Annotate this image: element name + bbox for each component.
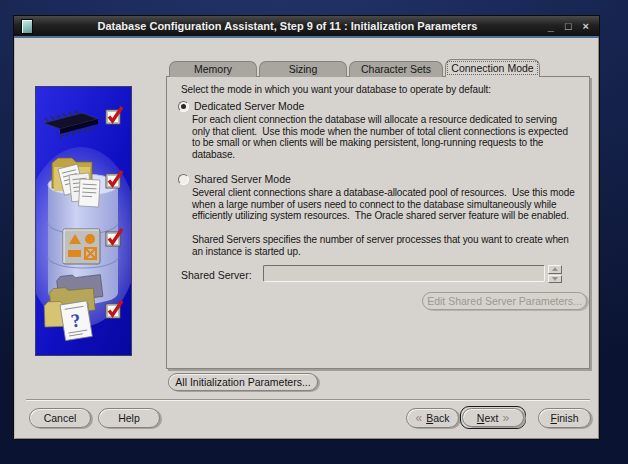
window-title: Database Configuration Assistant, Step 9…: [33, 20, 542, 32]
sidebar-illustration: ?: [35, 86, 132, 356]
close-icon[interactable]: ×: [583, 17, 589, 35]
back-button[interactable]: « Back: [406, 408, 459, 428]
next-button-default-ring: Next »: [460, 406, 526, 429]
all-initialization-parameters-button[interactable]: All Initialization Parameters...: [168, 373, 318, 391]
titlebar[interactable]: Database Configuration Assistant, Step 9…: [14, 16, 599, 38]
next-arrow-icon: »: [502, 413, 509, 423]
window-controls: _ □ ×: [548, 17, 589, 35]
tab-sizing[interactable]: Sizing: [259, 61, 347, 77]
sidebar-artwork: ?: [36, 87, 131, 355]
window-icon[interactable]: [21, 19, 33, 34]
shared-mode-description: Several client connections share a datab…: [192, 187, 575, 222]
dedicated-server-mode-label: Dedicated Server Mode: [194, 100, 304, 112]
next-button[interactable]: Next »: [462, 408, 524, 427]
tab-connection-mode[interactable]: Connection Mode: [445, 59, 540, 77]
spinner-down-icon: [548, 275, 562, 284]
tab-memory[interactable]: Memory: [169, 61, 257, 77]
schema-objects-icon: [63, 229, 100, 264]
spinner-up-icon: [548, 265, 562, 274]
back-arrow-icon: «: [415, 413, 422, 423]
cancel-button[interactable]: Cancel: [29, 408, 91, 428]
dedicated-mode-description: For each client connection the database …: [192, 114, 568, 160]
shared-server-mode-radio[interactable]: Shared Server Mode: [178, 173, 291, 185]
intro-text: Select the mode in which you want your d…: [181, 84, 491, 95]
shared-server-field-label: Shared Server:: [181, 269, 252, 281]
footer-separator: [26, 399, 590, 401]
next-label: Next: [477, 412, 499, 424]
shared-server-input: [263, 265, 545, 282]
tab-character-sets[interactable]: Character Sets: [349, 61, 443, 77]
dedicated-server-mode-radio[interactable]: Dedicated Server Mode: [178, 100, 304, 112]
back-label: Back: [426, 412, 449, 424]
tab-strip: Memory Sizing Character Sets Connection …: [166, 59, 540, 77]
finish-label: Finish: [550, 412, 578, 424]
help-button[interactable]: Help: [98, 408, 160, 428]
finish-button[interactable]: Finish: [538, 408, 591, 428]
connection-mode-panel: Select the mode in which you want your d…: [166, 76, 590, 369]
dbca-window: Database Configuration Assistant, Step 9…: [13, 15, 600, 440]
desktop: { "window": { "title": "Database Configu…: [0, 0, 628, 464]
shared-server-spinner: [548, 265, 562, 283]
edit-shared-server-parameters-button: Edit Shared Server Parameters...: [422, 292, 587, 310]
radio-unselected-icon[interactable]: [178, 174, 189, 185]
shared-servers-note: Shared Servers specifies the number of s…: [192, 234, 569, 257]
shared-server-mode-label: Shared Server Mode: [194, 173, 291, 185]
minimize-icon[interactable]: _: [548, 17, 554, 35]
radio-selected-icon[interactable]: [178, 101, 189, 112]
maximize-icon[interactable]: □: [565, 17, 572, 35]
